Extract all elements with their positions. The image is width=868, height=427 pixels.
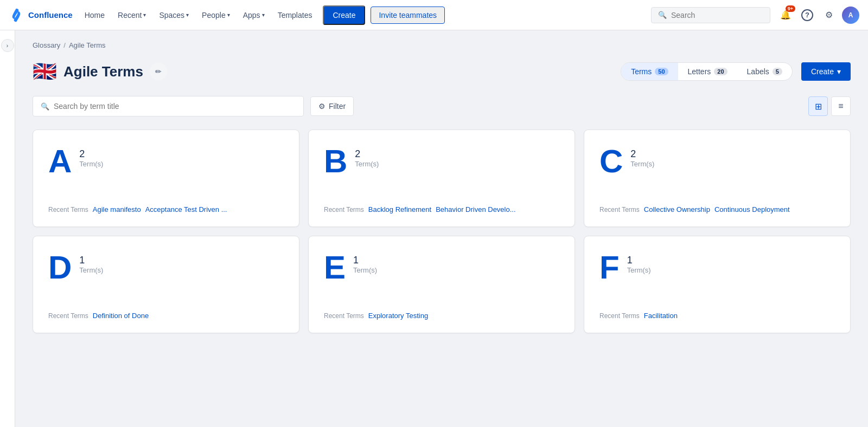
filter-icon: ⚙	[318, 102, 326, 111]
card-terms-row: Recent Terms Exploratory Testing	[324, 312, 559, 320]
letter-card-a: A 2 Term(s) Recent Terms Agile manifesto…	[33, 130, 299, 227]
card-letter: D	[48, 251, 72, 284]
card-letter: B	[324, 145, 347, 178]
layout: › Glossary / Agile Terms 🇬🇧 Agile Terms …	[0, 30, 868, 427]
navbar: Confluence Home Recent ▾ Spaces ▾ People…	[0, 0, 868, 30]
term-link[interactable]: Facilitation	[644, 312, 678, 320]
card-count: 2 Term(s)	[630, 145, 654, 168]
recent-chevron-icon: ▾	[143, 12, 146, 18]
card-letter: A	[48, 145, 72, 178]
recent-terms-label: Recent Terms	[599, 206, 640, 214]
card-count-label: Term(s)	[630, 160, 654, 168]
term-link[interactable]: Acceptance Test Driven ...	[145, 205, 227, 214]
main-content: Glossary / Agile Terms 🇬🇧 Agile Terms ✏ …	[15, 30, 868, 427]
term-link[interactable]: Collective Ownership	[644, 205, 710, 214]
nav-templates[interactable]: Templates	[272, 7, 318, 24]
term-link[interactable]: Exploratory Testing	[368, 312, 428, 320]
term-search-box[interactable]: 🔍	[33, 96, 304, 117]
letter-card-b: B 2 Term(s) Recent Terms Backlog Refinem…	[308, 130, 575, 227]
card-top: E 1 Term(s)	[324, 251, 559, 284]
notifications-button[interactable]: 🔔 9+	[777, 7, 794, 24]
card-count-number: 2	[355, 148, 379, 160]
card-terms-row: Recent Terms Facilitation	[599, 312, 835, 320]
breadcrumb-current: Agile Terms	[69, 41, 106, 49]
term-search-input[interactable]	[54, 102, 296, 111]
card-count-number: 2	[630, 148, 654, 160]
global-search[interactable]: 🔍	[651, 7, 770, 23]
grid-icon: ⊞	[815, 101, 822, 112]
invite-button[interactable]: Invite teammates	[371, 7, 445, 24]
logo[interactable]: Confluence	[9, 8, 73, 23]
tab-letters-label: Letters	[688, 67, 711, 76]
card-top: A 2 Term(s)	[48, 145, 284, 178]
term-search-icon: 🔍	[41, 102, 49, 111]
notification-badge: 9+	[786, 5, 795, 12]
help-button[interactable]: ?	[799, 7, 816, 24]
breadcrumb-separator: /	[63, 41, 66, 49]
term-link[interactable]: Agile manifesto	[93, 205, 141, 214]
tab-terms-badge: 50	[655, 68, 668, 75]
letters-grid: A 2 Term(s) Recent Terms Agile manifesto…	[33, 130, 851, 333]
card-count: 1 Term(s)	[353, 251, 377, 274]
term-link[interactable]: Continuous Deployment	[714, 205, 790, 214]
card-count-label: Term(s)	[79, 160, 103, 168]
search-input[interactable]	[671, 11, 763, 20]
tab-terms-label: Terms	[631, 67, 652, 76]
letter-card-f: F 1 Term(s) Recent Terms Facilitation	[584, 236, 851, 333]
card-letter: F	[599, 251, 620, 284]
sidebar-toggle-button[interactable]: ›	[1, 39, 14, 52]
flag-icon: 🇬🇧	[33, 60, 57, 83]
settings-button[interactable]: ⚙	[820, 7, 838, 24]
nav-recent[interactable]: Recent ▾	[112, 7, 151, 24]
list-icon: ≡	[838, 101, 843, 111]
nav-people[interactable]: People ▾	[196, 7, 235, 24]
card-top: F 1 Term(s)	[599, 251, 835, 284]
page-header: 🇬🇧 Agile Terms ✏ Terms 50 Letters 20 Lab…	[33, 60, 851, 83]
search-icon: 🔍	[658, 11, 667, 19]
create-button[interactable]: Create	[323, 5, 365, 25]
apps-chevron-icon: ▾	[262, 12, 265, 18]
sidebar-toggle-area: ›	[0, 30, 15, 427]
card-letter: C	[599, 145, 623, 178]
card-count: 1 Term(s)	[627, 251, 651, 274]
breadcrumb: Glossary / Agile Terms	[33, 41, 851, 49]
list-view-button[interactable]: ≡	[831, 96, 851, 116]
edit-title-button[interactable]: ✏	[150, 63, 167, 80]
nav-spaces[interactable]: Spaces ▾	[154, 7, 194, 24]
card-top: B 2 Term(s)	[324, 145, 559, 178]
card-count-label: Term(s)	[627, 266, 651, 274]
create-dropdown-chevron-icon: ▾	[837, 67, 841, 76]
nav-icons: 🔔 9+ ? ⚙ A	[777, 7, 859, 24]
term-link[interactable]: Definition of Done	[93, 312, 149, 320]
tab-letters-badge: 20	[714, 68, 727, 75]
card-count: 2 Term(s)	[79, 145, 103, 168]
recent-terms-label: Recent Terms	[48, 206, 88, 214]
recent-terms-label: Recent Terms	[324, 206, 364, 214]
filter-button[interactable]: ⚙ Filter	[310, 96, 354, 116]
card-count: 2 Term(s)	[355, 145, 379, 168]
brand-name: Confluence	[28, 10, 73, 20]
letter-card-d: D 1 Term(s) Recent Terms Definition of D…	[33, 236, 299, 333]
breadcrumb-parent[interactable]: Glossary	[33, 41, 60, 49]
card-terms-row: Recent Terms Backlog RefinementBehavior …	[324, 205, 559, 214]
card-top: D 1 Term(s)	[48, 251, 284, 284]
nav-home[interactable]: Home	[79, 7, 110, 24]
filter-label: Filter	[329, 102, 346, 111]
tab-terms[interactable]: Terms 50	[621, 63, 678, 80]
card-terms-row: Recent Terms Definition of Done	[48, 312, 284, 320]
create-dropdown-button[interactable]: Create ▾	[801, 62, 851, 81]
tab-group: Terms 50 Letters 20 Labels 5	[621, 62, 793, 81]
create-dropdown-label: Create	[811, 67, 834, 76]
people-chevron-icon: ▾	[227, 12, 230, 18]
tab-letters[interactable]: Letters 20	[678, 63, 737, 80]
tab-labels[interactable]: Labels 5	[737, 63, 792, 80]
grid-view-button[interactable]: ⊞	[808, 96, 828, 116]
nav-apps[interactable]: Apps ▾	[238, 7, 270, 24]
tab-labels-badge: 5	[773, 68, 782, 75]
user-avatar[interactable]: A	[842, 7, 859, 24]
card-terms-row: Recent Terms Collective OwnershipContinu…	[599, 205, 835, 214]
term-link[interactable]: Backlog Refinement	[368, 205, 431, 214]
card-count-number: 1	[627, 255, 651, 266]
card-count-label: Term(s)	[355, 160, 379, 168]
term-link[interactable]: Behavior Driven Develo...	[436, 205, 515, 214]
